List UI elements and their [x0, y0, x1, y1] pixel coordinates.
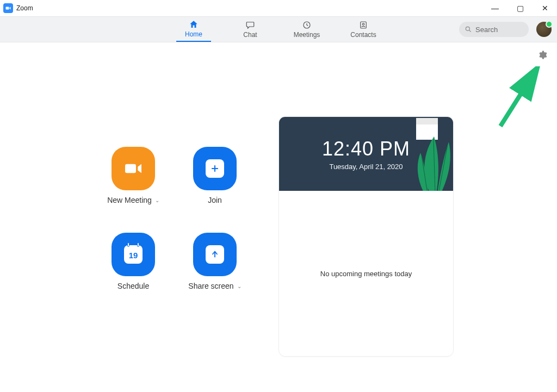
tab-meetings-label: Meetings: [294, 31, 320, 39]
new-meeting-button[interactable]: [112, 147, 155, 190]
minimize-button[interactable]: —: [487, 4, 503, 13]
search-icon: [465, 26, 472, 33]
tab-contacts[interactable]: Contacts: [346, 17, 381, 42]
nav-tabs: Home Chat Meetings Contacts: [176, 17, 381, 42]
new-meeting-cell: New Meeting ⌄: [92, 147, 174, 204]
clock-icon: [302, 20, 312, 30]
settings-button[interactable]: [537, 50, 547, 62]
svg-point-4: [466, 27, 469, 30]
clock-time: 12:40 PM: [322, 138, 410, 160]
share-screen-button[interactable]: [193, 233, 237, 276]
window-controls: — ▢ ✕: [487, 4, 553, 13]
schedule-cell: 19 Schedule: [92, 233, 174, 290]
share-screen-label: Share screen: [188, 282, 233, 290]
clock-card: 12:40 PM Tuesday, April 21, 2020: [279, 117, 453, 191]
join-button[interactable]: [193, 147, 237, 190]
tab-home-label: Home: [185, 30, 202, 38]
svg-rect-0: [6, 7, 9, 10]
join-label: Join: [208, 196, 222, 204]
titlebar-left: Zoom: [3, 3, 33, 13]
svg-rect-7: [125, 164, 136, 173]
svg-line-5: [469, 30, 471, 32]
chat-icon: [245, 20, 255, 30]
join-cell: Join: [174, 147, 256, 204]
titlebar: Zoom — ▢ ✕: [0, 0, 557, 16]
schedule-label: Schedule: [117, 282, 149, 290]
tab-contacts-label: Contacts: [350, 31, 376, 39]
avatar[interactable]: [536, 22, 552, 37]
maximize-button[interactable]: ▢: [512, 4, 528, 13]
tab-chat-label: Chat: [243, 31, 257, 39]
calendar-icon: 19: [124, 245, 143, 264]
contacts-icon: [358, 20, 368, 30]
share-screen-cell: Share screen ⌄: [174, 233, 256, 290]
share-screen-dropdown[interactable]: ⌄: [237, 283, 242, 289]
tab-home[interactable]: Home: [176, 17, 211, 42]
upcoming-panel: 12:40 PM Tuesday, April 21, 2020 No upco…: [278, 116, 454, 357]
upcoming-empty-text: No upcoming meetings today: [320, 270, 412, 278]
plus-icon: [206, 159, 224, 178]
new-meeting-dropdown[interactable]: ⌄: [155, 197, 159, 203]
content: New Meeting ⌄ Join 19: [0, 42, 557, 392]
search-input[interactable]: Search: [459, 22, 529, 37]
svg-line-6: [500, 73, 534, 126]
gear-icon: [537, 50, 547, 60]
schedule-button[interactable]: 19: [112, 233, 155, 276]
toolbar-right: Search: [459, 22, 552, 37]
toolbar: Home Chat Meetings Contacts Search: [0, 16, 557, 42]
new-meeting-label: New Meeting: [107, 196, 152, 204]
share-icon: [206, 245, 224, 264]
zoom-app-icon: [3, 3, 13, 13]
home-actions: New Meeting ⌄ Join 19: [92, 147, 256, 290]
tab-chat[interactable]: Chat: [233, 17, 268, 42]
annotation-arrow: [495, 66, 544, 132]
app-title: Zoom: [16, 4, 33, 12]
svg-point-3: [362, 23, 364, 25]
upcoming-body: No upcoming meetings today: [279, 191, 453, 356]
clock-date: Tuesday, April 21, 2020: [329, 163, 403, 171]
video-icon: [122, 158, 144, 179]
close-button[interactable]: ✕: [537, 4, 553, 13]
tab-meetings[interactable]: Meetings: [289, 17, 324, 42]
decorative-plant-icon: [410, 117, 453, 191]
home-icon: [189, 20, 199, 29]
calendar-day: 19: [129, 251, 138, 260]
search-placeholder: Search: [475, 26, 498, 34]
